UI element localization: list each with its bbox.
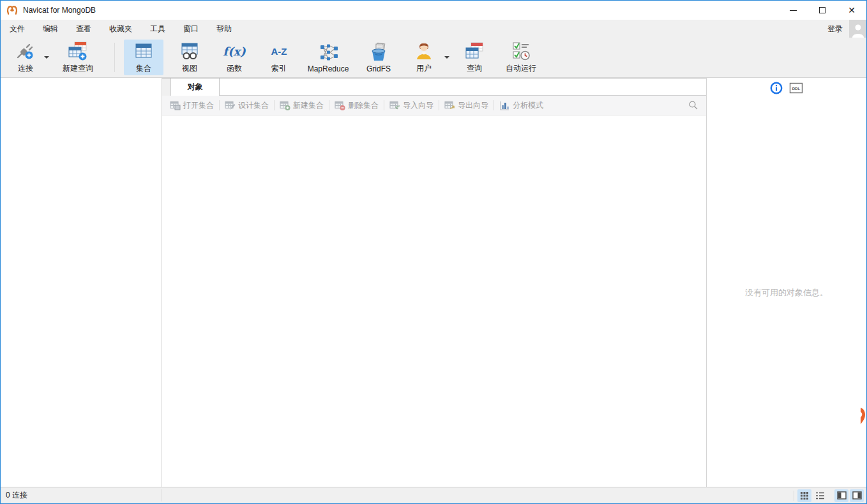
open-collection-button[interactable]: 打开集合 — [166, 98, 218, 113]
tab-bar: 对象 — [162, 78, 706, 96]
import-wizard-label: 导入向导 — [403, 100, 433, 111]
open-collection-label: 打开集合 — [183, 100, 214, 111]
window-controls: ✕ — [778, 1, 866, 20]
users-button[interactable]: 用户 — [406, 40, 442, 75]
left-panel-toggle-icon — [837, 491, 847, 500]
delete-collection-icon — [335, 100, 345, 111]
subtoolbar-separator — [439, 100, 439, 110]
toggle-right-panel-button[interactable] — [850, 489, 864, 502]
collections-button-label: 集合 — [136, 63, 151, 74]
automation-button[interactable]: 自动运行 — [498, 40, 544, 75]
analyze-mode-icon — [499, 100, 510, 111]
menu-bar: 文件 编辑 查看 收藏夹 工具 窗口 帮助 登录 — [1, 20, 866, 38]
indexes-button-label: 索引 — [271, 63, 287, 74]
new-collection-button[interactable]: 新建集合 — [276, 98, 328, 113]
navicat-badge-fragment — [861, 406, 866, 429]
toggle-left-panel-button[interactable] — [834, 489, 848, 502]
subtoolbar-separator — [329, 100, 329, 110]
menu-tools[interactable]: 工具 — [141, 20, 174, 38]
window-title: Navicat for MongoDB — [23, 6, 96, 15]
gridfs-button[interactable]: GridFS — [359, 40, 398, 75]
subtoolbar-separator — [494, 100, 494, 110]
maximize-button[interactable] — [808, 1, 837, 20]
list-view-button[interactable] — [813, 489, 827, 502]
gridfs-bucket-icon — [368, 42, 389, 63]
list-view-icon — [815, 491, 825, 500]
mapreduce-button-label: MapReduce — [308, 64, 349, 73]
connection-plug-icon — [15, 41, 36, 61]
statusbar-view-controls — [792, 487, 864, 503]
new-query-button[interactable]: 新建查询 — [56, 40, 100, 75]
design-collection-button[interactable]: 设计集合 — [221, 98, 273, 113]
user-avatar[interactable] — [849, 20, 866, 38]
export-wizard-icon — [444, 100, 455, 111]
views-button[interactable]: 视图 — [171, 40, 208, 75]
menu-view[interactable]: 查看 — [67, 20, 100, 38]
statusbar-separator — [794, 491, 794, 501]
analyze-mode-label: 分析模式 — [513, 100, 543, 111]
app-window: Navicat for MongoDB ✕ 文件 编辑 查看 收藏夹 工具 窗口… — [0, 0, 867, 504]
functions-button[interactable]: f(x) 函数 — [216, 40, 253, 75]
info-icon[interactable] — [770, 82, 783, 94]
object-information-pane: DDL 没有可用的对象信息。 — [707, 78, 866, 487]
subtoolbar-separator — [384, 100, 384, 110]
queries-button[interactable]: 查询 — [456, 40, 493, 75]
grid-view-button[interactable] — [797, 489, 811, 502]
open-collection-icon — [170, 100, 181, 111]
tab-objects[interactable]: 对象 — [171, 78, 220, 96]
export-wizard-button[interactable]: 导出向导 — [441, 98, 492, 113]
index-icon: A-Z — [271, 41, 287, 61]
chevron-down-icon — [44, 56, 49, 59]
view-table-glasses-icon — [179, 41, 200, 61]
tab-bar-lead — [162, 78, 171, 96]
functions-button-label: 函数 — [227, 63, 242, 74]
gridfs-button-label: GridFS — [366, 64, 391, 73]
search-icon — [688, 100, 698, 110]
collections-button[interactable]: 集合 — [124, 40, 163, 75]
chevron-down-icon — [444, 56, 449, 59]
delete-collection-label: 删除集合 — [348, 100, 379, 111]
delete-collection-button[interactable]: 删除集合 — [331, 98, 382, 113]
avatar-silhouette-icon — [851, 22, 865, 38]
grid-view-icon — [800, 491, 809, 500]
right-panel-toggle-icon — [852, 491, 862, 500]
users-dropdown[interactable] — [442, 40, 452, 75]
ddl-icon[interactable]: DDL — [789, 82, 803, 94]
import-wizard-icon — [389, 100, 400, 111]
function-icon: f(x) — [223, 41, 246, 61]
automation-checklist-clock-icon — [511, 41, 531, 61]
close-button[interactable]: ✕ — [837, 1, 866, 20]
subtoolbar-separator — [219, 100, 220, 110]
design-collection-icon — [225, 100, 236, 111]
new-query-table-icon — [68, 41, 88, 61]
user-person-icon — [414, 41, 434, 61]
objects-list-area — [162, 116, 706, 487]
search-button[interactable] — [688, 100, 698, 112]
objects-panel: 对象 打开集合 — [162, 78, 706, 487]
queries-button-label: 查询 — [467, 63, 482, 74]
menu-file[interactable]: 文件 — [1, 20, 34, 38]
login-link[interactable]: 登录 — [827, 24, 843, 34]
main-toolbar: 连接 新建查询 集合 — [1, 38, 866, 78]
navicat-logo-icon — [6, 4, 19, 17]
ddl-icon-label: DDL — [792, 86, 801, 91]
menu-favorites[interactable]: 收藏夹 — [100, 20, 141, 38]
menu-edit[interactable]: 编辑 — [34, 20, 67, 38]
mapreduce-button[interactable]: MapReduce — [301, 40, 355, 75]
menu-help[interactable]: 帮助 — [207, 20, 241, 38]
indexes-button[interactable]: A-Z 索引 — [260, 40, 298, 75]
minimize-button[interactable] — [778, 1, 808, 20]
connection-dropdown[interactable] — [41, 40, 52, 75]
minimize-icon — [790, 10, 797, 11]
import-wizard-button[interactable]: 导入向导 — [386, 98, 437, 113]
connection-button[interactable]: 连接 — [10, 40, 41, 75]
analyze-mode-button[interactable]: 分析模式 — [495, 98, 547, 113]
menu-window[interactable]: 窗口 — [174, 20, 207, 38]
views-button-label: 视图 — [182, 63, 197, 74]
new-collection-label: 新建集合 — [293, 100, 324, 111]
mapreduce-tree-icon — [318, 42, 338, 63]
title-bar: Navicat for MongoDB ✕ — [1, 1, 866, 20]
automation-button-label: 自动运行 — [506, 63, 536, 74]
subtoolbar-separator — [274, 100, 275, 110]
users-button-label: 用户 — [416, 63, 432, 74]
